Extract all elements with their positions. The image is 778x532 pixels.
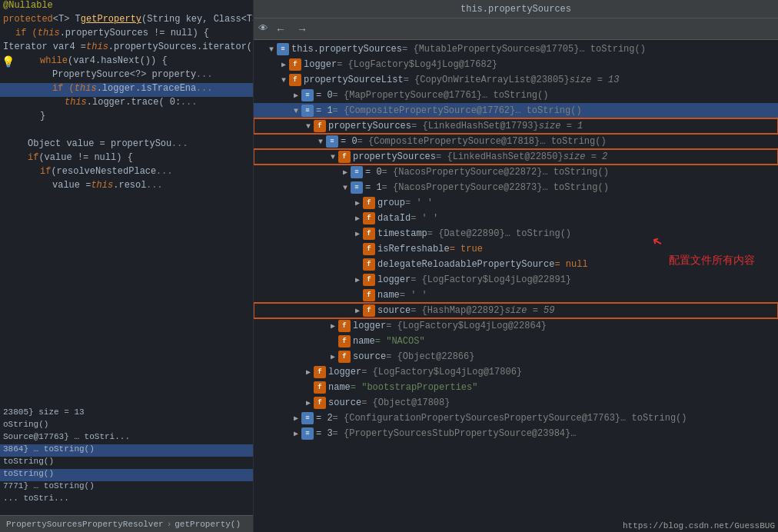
arrow-nacos1: ▼ [340,184,351,192]
tree-node-name22873[interactable]: f name = ' ' [254,288,778,303]
debug-tree-panel[interactable]: ▼ ≡ this.propertySources = {MutablePrope… [254,40,778,532]
tree-node-item1-ps-0[interactable]: ▼ ≡ = 0 = {CompositePropertySource@17818… [254,134,778,149]
code-editor: @Nullable protected <T> T getProperty (S… [0,0,254,532]
arrow-source-main: ▶ [352,306,363,315]
tree-node-dataid[interactable]: ▶ f dataId = ' ' [254,211,778,226]
code-line-8: this .logger.trace( 0: ... [0,97,253,111]
tree-node-name-bootstrap[interactable]: f name = "bootstrapProperties" [254,380,778,395]
icon-f-group: f [363,197,375,209]
tree-node-logger22891[interactable]: ▶ f logger = {LogFactory$Log4jLog@22891} [254,272,778,288]
icon-eq-item1-ps-0: ≡ [326,135,338,148]
arrow-source22866: ▶ [327,352,338,361]
tree-node-source17808[interactable]: ▶ f source = {Object@17808} [254,395,778,411]
icon-f-name-nacos: f [338,335,351,347]
arrow-item1-ps-0-ps: ▼ [327,153,338,161]
icon-f-source22866: f [338,351,351,363]
watch-icon: 👁 [258,23,268,35]
tree-node-name-nacos[interactable]: f name = "NACOS" [254,334,778,349]
icon-f-pslist: f [289,74,301,86]
yellow-bulb-icon: 💡 [2,55,15,68]
tree-node-item2[interactable]: ▶ ≡ = 2 = {ConfigurationPropertySourcesP… [254,411,778,426]
forward-button[interactable]: → [293,22,311,37]
arrow-item1-ps: ▼ [303,122,314,131]
icon-f-name22873: f [363,289,375,301]
tooltip-bar: this.propertySources [254,0,778,18]
arrow-nacos0: ▶ [340,168,351,177]
arrow-logger17806: ▶ [303,367,314,377]
tree-node-item3[interactable]: ▶ ≡ = 3 = {PropertySourcesStubPropertySo… [254,426,778,441]
arrow-root: ▼ [266,45,277,54]
main-container: @Nullable protected <T> T getProperty (S… [0,0,778,532]
arrow-item1-ps-0: ▼ [315,138,326,146]
code-line-2: protected <T> T getProperty (String key,… [0,14,253,28]
icon-f-source-main: f [363,304,375,317]
tree-node-delegate[interactable]: f delegateReloadablePropertySource = nul… [254,257,778,272]
icon-f-logger22891: f [363,274,375,286]
tree-node-item1[interactable]: ▼ ≡ = 1 = {CompositePropertySource@17762… [254,103,778,118]
tree-node-item1-ps[interactable]: ▼ f propertySources = {LinkedHashSet@177… [254,118,778,134]
tree-node-pslist[interactable]: ▼ f propertySourceList = {CopyOnWriteArr… [254,72,778,88]
icon-f-name-bootstrap: f [314,381,326,394]
arrow-logger: ▶ [278,60,289,69]
method-getproperty: getProperty [81,14,141,25]
code-line-13: value = this .resol ... [0,180,253,194]
tree-node-nacos0[interactable]: ▶ ≡ = 0 = {NacosPropertySource@22872} … … [254,165,778,180]
arrow-group: ▶ [352,198,363,208]
back-button[interactable]: ← [271,22,290,37]
code-line-empty [0,125,253,138]
arrow-logger22891: ▶ [352,275,363,284]
tree-node-logger[interactable]: ▶ f logger = {LogFactory$Log4jLog@17682} [254,57,778,72]
debug-toolbar: 👁 ← → [254,18,778,40]
footer-url: https://blog.csdn.net/GuessBUG [623,521,775,530]
icon-f-logger17806: f [314,366,326,378]
arrow-dataid: ▶ [352,214,363,223]
code-line-10: Object value = propertySou ... [0,138,253,152]
icon-f-timestamp: f [363,228,375,240]
icon-eq-item3: ≡ [301,427,314,440]
arrow-item3: ▶ [291,429,301,438]
icon-eq-item1: ≡ [301,105,314,117]
tree-node-source-main[interactable]: ▶ f source = {HashMap@22892} size = 59 [254,303,778,318]
tree-node-isrefreshable[interactable]: f isRefreshable = true [254,241,778,257]
code-line-5: 💡 while (var4.hasNext()) { [0,55,253,69]
arrow-timestamp: ▶ [352,229,363,238]
code-line-3: if ( this .propertySources != null) { [0,28,253,42]
breadcrumb-bar: PropertySourcesPropertyResolver › getPro… [0,515,253,532]
tooltip-text: this.propertySources [460,4,571,15]
code-line-12: if (resolveNestedPlace ... [0,166,253,180]
arrow-logger22864: ▶ [327,321,338,331]
code-line-1: @Nullable [0,0,253,14]
icon-f-logger: f [289,58,301,71]
annotation-nullable: @Nullable [3,0,53,11]
arrow-item2: ▶ [291,414,301,423]
tree-node-logger17806[interactable]: ▶ f logger = {LogFactory$Log4jLog@17806} [254,364,778,380]
breadcrumb-method: getProperty() [175,520,241,529]
arrow-item1: ▼ [291,107,301,115]
icon-f-delegate: f [363,258,375,271]
icon-f-dataid: f [363,212,375,224]
icon-eq-item0: ≡ [301,89,314,101]
kw-protected: protected [3,14,53,25]
debug-panel: this.propertySources 👁 ← → ▼ ≡ this.prop… [254,0,778,532]
tree-node-timestamp[interactable]: ▶ f timestamp = {Date@22890} … toString(… [254,226,778,241]
arrow-pslist: ▼ [278,76,289,85]
tree-node-item1-ps-0-ps[interactable]: ▼ f propertySources = {LinkedHashSet@228… [254,149,778,165]
tree-node-source22866[interactable]: ▶ f source = {Object@22866} [254,349,778,364]
icon-f-isrefreshable: f [363,243,375,255]
code-line-11: if (value != null) { [0,152,253,166]
tree-node-group[interactable]: ▶ f group = ' ' [254,195,778,211]
icon-f-logger22864: f [338,320,351,332]
arrow-item0: ▶ [291,91,301,100]
tree-node-item0[interactable]: ▶ ≡ = 0 = {MapPropertySource@17761} … to… [254,88,778,103]
code-line-9: } [0,111,253,125]
tree-node-logger22864[interactable]: ▶ f logger = {LogFactory$Log4jLog@22864} [254,318,778,334]
tree-node-nacos1[interactable]: ▼ ≡ = 1 = {NacosPropertySource@22873} … … [254,180,778,195]
icon-f-item1-ps: f [314,120,326,132]
icon-eq-nacos0: ≡ [351,166,363,178]
code-line-7-highlighted: if ( this .logger.isTraceEna ... [0,83,253,97]
tree-node-root[interactable]: ▼ ≡ this.propertySources = {MutablePrope… [254,42,778,57]
icon-eq-root: ≡ [277,43,289,55]
icon-eq-nacos1: ≡ [351,181,363,194]
left-panel-ghost: 23805} size = 13 oString() Source@17763}… [0,404,253,509]
code-line-6: PropertySource<?> property ... [0,69,253,83]
